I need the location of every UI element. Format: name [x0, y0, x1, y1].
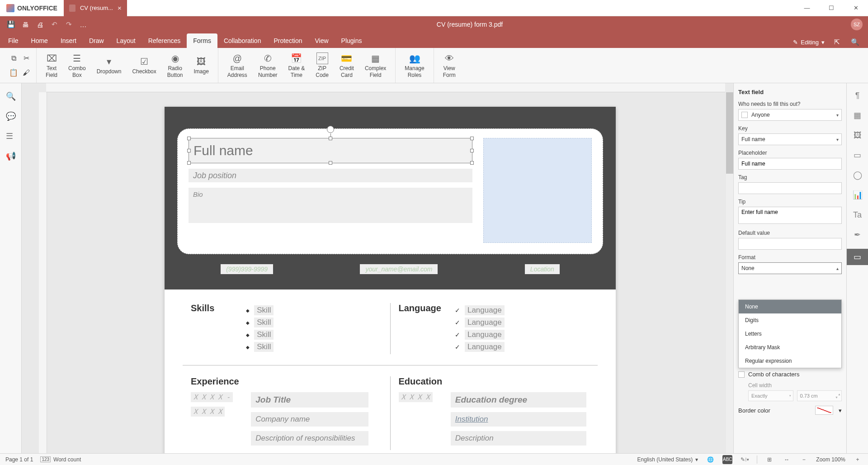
checkbox-button[interactable]: ☑Checkbox	[127, 55, 160, 76]
menu-protection[interactable]: Protection	[267, 33, 308, 48]
resize-handle-e[interactable]	[470, 149, 474, 152]
chart-settings-icon[interactable]: 📊	[852, 189, 863, 201]
format-option-letters[interactable]: Letters	[739, 327, 841, 341]
format-option-regex[interactable]: Regular expression	[739, 354, 841, 368]
menu-collaboration[interactable]: Collaboration	[217, 33, 268, 48]
view-form-button[interactable]: 👁View Form	[439, 52, 460, 79]
resize-handle-n[interactable]	[329, 137, 332, 140]
border-color-swatch[interactable]	[815, 406, 833, 415]
image-settings-icon[interactable]: 🖼	[852, 129, 863, 141]
format-painter-button[interactable]: 🖌	[21, 67, 32, 78]
language-select[interactable]: English (United States) ▾	[637, 456, 698, 463]
comb-checkbox[interactable]	[738, 371, 745, 378]
spellcheck-button[interactable]: ABC	[722, 455, 732, 464]
resize-handle-w[interactable]	[187, 149, 191, 152]
fit-width-button[interactable]: ↔	[782, 455, 792, 465]
zoom-level[interactable]: Zoom 100%	[816, 456, 845, 463]
company-field[interactable]: Company name	[251, 412, 368, 427]
trackchanges-button[interactable]: ✎⁝ ▾	[740, 455, 750, 465]
phone-button[interactable]: ✆Phone Number	[254, 52, 282, 79]
quickprint-button[interactable]: 🖨	[33, 18, 46, 31]
format-option-mask[interactable]: Arbitrary Mask	[739, 341, 841, 354]
user-avatar[interactable]: SZ	[851, 19, 863, 30]
menu-insert[interactable]: Insert	[54, 33, 83, 48]
menu-forms[interactable]: Forms	[187, 33, 217, 48]
zoom-out-button[interactable]: −	[799, 455, 809, 465]
combo-box-button[interactable]: ☰Combo Box	[64, 52, 90, 79]
language-field[interactable]: Language	[465, 305, 505, 315]
paragraph-settings-icon[interactable]: ¶	[852, 90, 863, 101]
email-button[interactable]: @Email Address	[223, 52, 252, 79]
headings-icon[interactable]: ☰	[6, 131, 16, 141]
menu-home[interactable]: Home	[25, 33, 54, 48]
dropdown-button[interactable]: ▾Dropdown	[92, 55, 126, 76]
location-field[interactable]: Location	[525, 264, 560, 274]
default-input[interactable]	[738, 238, 842, 250]
cell-mode-select[interactable]: Exactly▾	[748, 390, 793, 401]
undo-button[interactable]: ↶	[48, 18, 61, 31]
fullname-field[interactable]: Full name	[189, 138, 472, 163]
bio-field[interactable]: Bio	[189, 188, 472, 223]
date-to-field[interactable]: X X X X	[191, 407, 225, 417]
rotation-handle[interactable]	[327, 126, 334, 133]
search-button[interactable]: 🔍	[849, 36, 861, 48]
jobpos-field[interactable]: Job position	[189, 169, 472, 182]
redo-button[interactable]: ↷	[62, 18, 75, 31]
resize-handle-se[interactable]	[470, 161, 474, 165]
menu-plugins[interactable]: Plugins	[335, 33, 368, 48]
image-button[interactable]: 🖼Image	[189, 55, 213, 76]
resize-handle-s[interactable]	[329, 161, 332, 165]
email-field[interactable]: your_name@email.com	[360, 264, 438, 274]
tip-input[interactable]: Enter full name	[738, 207, 842, 224]
tag-input[interactable]	[738, 182, 842, 194]
word-count[interactable]: 123 Word count	[40, 456, 81, 463]
skill-field[interactable]: Skill	[254, 330, 274, 340]
credit-button[interactable]: 💳Credit Card	[335, 52, 359, 79]
phone-field[interactable]: (999)999-9999	[221, 264, 273, 274]
key-select[interactable]: Full name▾	[738, 133, 842, 145]
radio-button[interactable]: ◉Radio Button	[163, 52, 188, 79]
textart-settings-icon[interactable]: Ta	[852, 209, 863, 221]
close-tab-icon[interactable]: ×	[118, 4, 122, 12]
fit-page-button[interactable]: ⊞	[764, 455, 774, 465]
more-button[interactable]: …	[77, 18, 90, 31]
language-field[interactable]: Language	[465, 318, 505, 327]
text-field-button[interactable]: ⌧Text Field	[41, 52, 62, 79]
skill-field[interactable]: Skill	[254, 318, 274, 327]
comments-icon[interactable]: 💬	[6, 111, 16, 121]
format-option-none[interactable]: None	[739, 300, 841, 313]
photo-field[interactable]	[483, 138, 592, 243]
vertical-ruler[interactable]	[39, 92, 47, 453]
cut-button[interactable]: ✂	[21, 53, 32, 64]
doclang-button[interactable]: 🌐	[705, 455, 715, 465]
signature-settings-icon[interactable]: ✒	[852, 229, 863, 241]
header-settings-icon[interactable]: ▭	[852, 149, 863, 161]
chevron-down-icon[interactable]: ▾	[839, 407, 842, 414]
save-button[interactable]: 💾	[5, 18, 17, 31]
menu-layout[interactable]: Layout	[110, 33, 142, 48]
degree-field[interactable]: Education degree	[451, 392, 586, 408]
form-settings-icon[interactable]: ▭	[847, 249, 868, 265]
who-select[interactable]: Anyone▾	[738, 109, 842, 121]
zoom-in-button[interactable]: +	[853, 455, 863, 465]
horizontal-ruler[interactable]	[46, 83, 725, 92]
copy-button[interactable]: ⧉	[8, 53, 19, 64]
edu-desc-field[interactable]: Description	[451, 431, 586, 446]
shape-settings-icon[interactable]: ◯	[852, 169, 863, 181]
responsibilities-field[interactable]: Description of responsibilities	[251, 431, 368, 446]
menu-view[interactable]: View	[308, 33, 335, 48]
close-window-button[interactable]: ✕	[844, 0, 868, 16]
job-title-field[interactable]: Job Title	[251, 392, 368, 408]
table-settings-icon[interactable]: ▦	[852, 109, 863, 121]
find-icon[interactable]: 🔍	[6, 91, 16, 101]
document-tab[interactable]: CV (resum... ×	[64, 0, 127, 16]
editing-mode-dropdown[interactable]: ✎ Editing ▾	[793, 39, 825, 46]
feedback-icon[interactable]: 📢	[6, 151, 16, 161]
print-button[interactable]: 🖶	[19, 18, 32, 31]
resize-handle-ne[interactable]	[470, 137, 474, 140]
maximize-button[interactable]: ☐	[819, 0, 844, 16]
menu-file[interactable]: File	[2, 33, 25, 48]
open-location-button[interactable]: ⇱	[831, 36, 843, 48]
format-option-digits[interactable]: Digits	[739, 313, 841, 327]
resize-handle-sw[interactable]	[187, 161, 191, 165]
